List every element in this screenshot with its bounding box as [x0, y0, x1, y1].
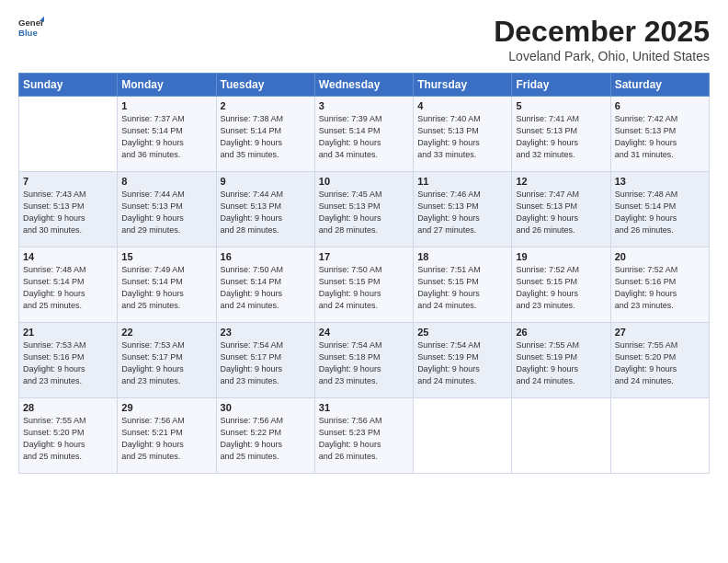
day-number: 31 [319, 402, 409, 413]
cell-content: Sunrise: 7:45 AM Sunset: 5:13 PM Dayligh… [319, 189, 409, 236]
cell-content: Sunrise: 7:55 AM Sunset: 5:19 PM Dayligh… [516, 339, 606, 387]
day-number: 30 [221, 402, 311, 413]
calendar-cell: 17Sunrise: 7:50 AM Sunset: 5:15 PM Dayli… [314, 247, 413, 323]
calendar-cell: 19Sunrise: 7:52 AM Sunset: 5:15 PM Dayli… [512, 247, 610, 323]
header: General Blue December 2025 Loveland Park… [18, 15, 710, 63]
day-number: 14 [23, 251, 113, 262]
calendar-cell: 16Sunrise: 7:50 AM Sunset: 5:14 PM Dayli… [216, 247, 314, 323]
day-number: 8 [121, 176, 211, 187]
day-number: 9 [221, 176, 311, 187]
day-number: 10 [319, 176, 409, 187]
calendar-cell: 14Sunrise: 7:48 AM Sunset: 5:14 PM Dayli… [19, 247, 118, 323]
cell-content: Sunrise: 7:56 AM Sunset: 5:22 PM Dayligh… [221, 415, 311, 463]
location: Loveland Park, Ohio, United States [494, 49, 710, 63]
svg-text:Blue: Blue [18, 28, 38, 38]
cell-content: Sunrise: 7:44 AM Sunset: 5:13 PM Dayligh… [221, 189, 311, 236]
day-number: 17 [319, 251, 409, 262]
day-header-monday: Monday [118, 74, 216, 97]
day-number: 16 [221, 251, 311, 262]
cell-content: Sunrise: 7:40 AM Sunset: 5:13 PM Dayligh… [417, 113, 507, 161]
cell-content: Sunrise: 7:54 AM Sunset: 5:17 PM Dayligh… [221, 339, 311, 387]
cell-content: Sunrise: 7:48 AM Sunset: 5:14 PM Dayligh… [23, 264, 113, 312]
cell-content: Sunrise: 7:41 AM Sunset: 5:13 PM Dayligh… [516, 113, 606, 161]
calendar-cell: 6Sunrise: 7:42 AM Sunset: 5:13 PM Daylig… [610, 97, 709, 172]
day-number: 12 [516, 176, 606, 187]
cell-content: Sunrise: 7:55 AM Sunset: 5:20 PM Dayligh… [615, 339, 705, 387]
day-number: 25 [417, 327, 507, 338]
days-header-row: SundayMondayTuesdayWednesdayThursdayFrid… [19, 74, 710, 97]
cell-content: Sunrise: 7:37 AM Sunset: 5:14 PM Dayligh… [121, 113, 211, 161]
calendar-cell: 24Sunrise: 7:54 AM Sunset: 5:18 PM Dayli… [314, 323, 413, 398]
calendar-cell [610, 398, 709, 474]
calendar-cell: 27Sunrise: 7:55 AM Sunset: 5:20 PM Dayli… [610, 323, 709, 398]
day-header-thursday: Thursday [414, 74, 512, 97]
cell-content: Sunrise: 7:54 AM Sunset: 5:19 PM Dayligh… [417, 339, 507, 387]
calendar-cell: 7Sunrise: 7:43 AM Sunset: 5:13 PM Daylig… [19, 172, 118, 247]
calendar-table: SundayMondayTuesdayWednesdayThursdayFrid… [18, 73, 710, 474]
day-number: 27 [615, 327, 705, 338]
calendar-cell: 13Sunrise: 7:48 AM Sunset: 5:14 PM Dayli… [610, 172, 709, 247]
cell-content: Sunrise: 7:38 AM Sunset: 5:14 PM Dayligh… [221, 113, 311, 161]
day-header-tuesday: Tuesday [216, 74, 314, 97]
calendar-cell [19, 97, 118, 172]
calendar-cell: 2Sunrise: 7:38 AM Sunset: 5:14 PM Daylig… [216, 97, 314, 172]
day-number: 24 [319, 327, 409, 338]
cell-content: Sunrise: 7:43 AM Sunset: 5:13 PM Dayligh… [23, 189, 113, 236]
cell-content: Sunrise: 7:52 AM Sunset: 5:15 PM Dayligh… [516, 264, 606, 312]
day-number: 13 [615, 176, 705, 187]
day-header-friday: Friday [512, 74, 610, 97]
svg-text:General: General [18, 17, 44, 28]
day-header-saturday: Saturday [610, 74, 709, 97]
calendar-cell: 18Sunrise: 7:51 AM Sunset: 5:15 PM Dayli… [414, 247, 512, 323]
calendar-cell: 15Sunrise: 7:49 AM Sunset: 5:14 PM Dayli… [118, 247, 216, 323]
cell-content: Sunrise: 7:44 AM Sunset: 5:13 PM Dayligh… [121, 189, 211, 236]
week-row-1: 1Sunrise: 7:37 AM Sunset: 5:14 PM Daylig… [19, 97, 710, 172]
calendar-cell [512, 398, 610, 474]
calendar-cell: 1Sunrise: 7:37 AM Sunset: 5:14 PM Daylig… [118, 97, 216, 172]
day-number: 26 [516, 327, 606, 338]
cell-content: Sunrise: 7:51 AM Sunset: 5:15 PM Dayligh… [417, 264, 507, 312]
week-row-4: 21Sunrise: 7:53 AM Sunset: 5:16 PM Dayli… [19, 323, 710, 398]
calendar-cell: 12Sunrise: 7:47 AM Sunset: 5:13 PM Dayli… [512, 172, 610, 247]
cell-content: Sunrise: 7:56 AM Sunset: 5:23 PM Dayligh… [319, 415, 409, 463]
calendar-cell: 28Sunrise: 7:55 AM Sunset: 5:20 PM Dayli… [19, 398, 118, 474]
day-number: 21 [23, 327, 113, 338]
day-number: 4 [417, 100, 507, 111]
day-number: 23 [221, 327, 311, 338]
calendar-cell: 23Sunrise: 7:54 AM Sunset: 5:17 PM Dayli… [216, 323, 314, 398]
day-number: 22 [121, 327, 211, 338]
month-title: December 2025 [494, 15, 710, 49]
day-number: 19 [516, 251, 606, 262]
day-header-wednesday: Wednesday [314, 74, 413, 97]
cell-content: Sunrise: 7:56 AM Sunset: 5:21 PM Dayligh… [121, 415, 211, 463]
cell-content: Sunrise: 7:48 AM Sunset: 5:14 PM Dayligh… [615, 189, 705, 236]
calendar-cell: 9Sunrise: 7:44 AM Sunset: 5:13 PM Daylig… [216, 172, 314, 247]
calendar-cell: 3Sunrise: 7:39 AM Sunset: 5:14 PM Daylig… [314, 97, 413, 172]
week-row-2: 7Sunrise: 7:43 AM Sunset: 5:13 PM Daylig… [19, 172, 710, 247]
day-number: 6 [615, 100, 705, 111]
day-number: 2 [221, 100, 311, 111]
logo-icon: General Blue [18, 15, 44, 40]
cell-content: Sunrise: 7:53 AM Sunset: 5:17 PM Dayligh… [121, 339, 211, 387]
calendar-cell: 10Sunrise: 7:45 AM Sunset: 5:13 PM Dayli… [314, 172, 413, 247]
day-header-sunday: Sunday [19, 74, 118, 97]
page: General Blue December 2025 Loveland Park… [0, 0, 728, 563]
day-number: 11 [417, 176, 507, 187]
calendar-cell: 25Sunrise: 7:54 AM Sunset: 5:19 PM Dayli… [414, 323, 512, 398]
logo: General Blue [18, 15, 46, 40]
cell-content: Sunrise: 7:39 AM Sunset: 5:14 PM Dayligh… [319, 113, 409, 161]
day-number: 29 [121, 402, 211, 413]
calendar-cell: 5Sunrise: 7:41 AM Sunset: 5:13 PM Daylig… [512, 97, 610, 172]
cell-content: Sunrise: 7:55 AM Sunset: 5:20 PM Dayligh… [23, 415, 113, 463]
calendar-cell [414, 398, 512, 474]
week-row-5: 28Sunrise: 7:55 AM Sunset: 5:20 PM Dayli… [19, 398, 710, 474]
day-number: 18 [417, 251, 507, 262]
calendar-cell: 26Sunrise: 7:55 AM Sunset: 5:19 PM Dayli… [512, 323, 610, 398]
calendar-cell: 21Sunrise: 7:53 AM Sunset: 5:16 PM Dayli… [19, 323, 118, 398]
title-block: December 2025 Loveland Park, Ohio, Unite… [494, 15, 710, 63]
calendar-cell: 11Sunrise: 7:46 AM Sunset: 5:13 PM Dayli… [414, 172, 512, 247]
cell-content: Sunrise: 7:54 AM Sunset: 5:18 PM Dayligh… [319, 339, 409, 387]
cell-content: Sunrise: 7:50 AM Sunset: 5:15 PM Dayligh… [319, 264, 409, 312]
calendar-cell: 22Sunrise: 7:53 AM Sunset: 5:17 PM Dayli… [118, 323, 216, 398]
day-number: 28 [23, 402, 113, 413]
